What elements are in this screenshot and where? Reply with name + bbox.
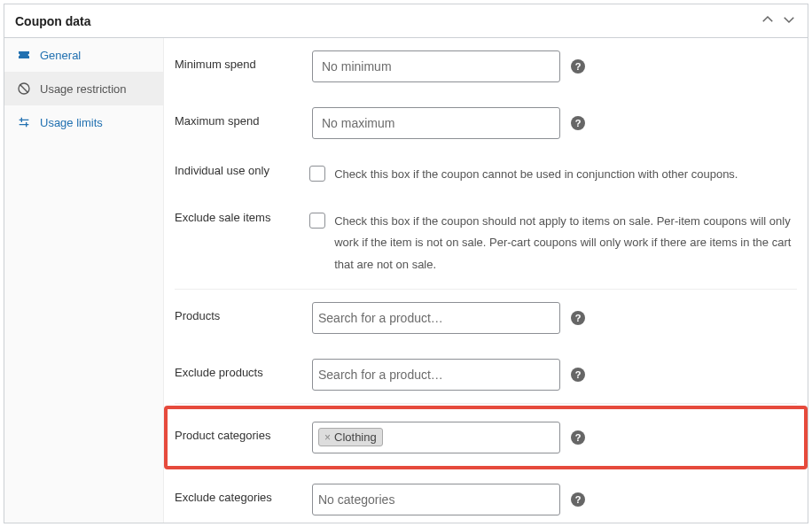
sidebar-item-label: Usage limits bbox=[40, 116, 103, 129]
sidebar-item-label: General bbox=[40, 49, 81, 62]
sidebar-item-usage-restriction[interactable]: Usage restriction bbox=[4, 72, 163, 105]
row-exclude-categories: Exclude categories No categories ? bbox=[164, 471, 808, 523]
remove-tag-icon[interactable]: × bbox=[324, 432, 332, 443]
help-icon[interactable]: ? bbox=[571, 59, 585, 74]
row-product-categories: Product categories × Clothing ? bbox=[164, 406, 808, 469]
exclude-sale-desc: Check this box if the coupon should not … bbox=[334, 211, 797, 276]
sliders-icon bbox=[17, 115, 31, 129]
ticket-icon bbox=[17, 48, 31, 62]
label-max-spend: Maximum spend bbox=[175, 107, 312, 128]
min-spend-input[interactable] bbox=[312, 50, 560, 82]
sidebar-item-usage-limits[interactable]: Usage limits bbox=[4, 105, 163, 139]
row-maximum-spend: Maximum spend ? bbox=[164, 95, 808, 151]
label-product-categories: Product categories bbox=[175, 422, 312, 442]
content-area: Minimum spend ? Maximum spend ? Individu… bbox=[164, 38, 808, 523]
row-minimum-spend: Minimum spend ? bbox=[164, 38, 808, 95]
sidebar-item-general[interactable]: General bbox=[4, 38, 163, 72]
sidebar: General Usage restriction Usage limits bbox=[4, 38, 164, 523]
help-icon[interactable]: ? bbox=[571, 311, 585, 325]
help-icon[interactable]: ? bbox=[571, 116, 585, 130]
divider bbox=[175, 403, 797, 404]
products-select[interactable]: Search for a product… bbox=[312, 302, 560, 334]
row-exclude-sale: Exclude sale items Check this box if the… bbox=[164, 198, 808, 289]
row-individual-use: Individual use only Check this box if th… bbox=[164, 151, 808, 198]
help-icon[interactable]: ? bbox=[571, 368, 585, 382]
sidebar-item-label: Usage restriction bbox=[40, 82, 127, 96]
tag-label: Clothing bbox=[334, 430, 377, 444]
label-products: Products bbox=[175, 302, 312, 322]
help-icon[interactable]: ? bbox=[571, 492, 585, 507]
panel-collapse-down-icon[interactable] bbox=[781, 12, 797, 30]
label-individual: Individual use only bbox=[175, 164, 309, 177]
coupon-data-panel: Coupon data General Usage restriction bbox=[4, 4, 808, 523]
ban-icon bbox=[17, 81, 31, 96]
help-icon[interactable]: ? bbox=[571, 430, 585, 445]
row-exclude-products: Exclude products Search for a product… ? bbox=[164, 346, 808, 403]
label-min-spend: Minimum spend bbox=[175, 50, 312, 71]
label-exclude-categories: Exclude categories bbox=[175, 484, 312, 504]
max-spend-input[interactable] bbox=[312, 107, 560, 139]
exclude-products-select[interactable]: Search for a product… bbox=[312, 359, 560, 391]
panel-title: Coupon data bbox=[15, 14, 91, 28]
row-products: Products Search for a product… ? bbox=[164, 290, 808, 346]
label-exclude-products: Exclude products bbox=[175, 359, 312, 379]
category-tag: × Clothing bbox=[318, 428, 383, 446]
label-exclude-sale: Exclude sale items bbox=[175, 211, 309, 224]
panel-collapse-up-icon[interactable] bbox=[760, 12, 776, 30]
panel-header: Coupon data bbox=[4, 4, 808, 38]
exclude-sale-checkbox[interactable] bbox=[309, 213, 325, 229]
individual-use-desc: Check this box if the coupon cannot be u… bbox=[334, 164, 738, 186]
product-categories-select[interactable]: × Clothing bbox=[312, 422, 560, 453]
exclude-categories-select[interactable]: No categories bbox=[312, 484, 560, 515]
individual-use-checkbox[interactable] bbox=[309, 166, 325, 182]
